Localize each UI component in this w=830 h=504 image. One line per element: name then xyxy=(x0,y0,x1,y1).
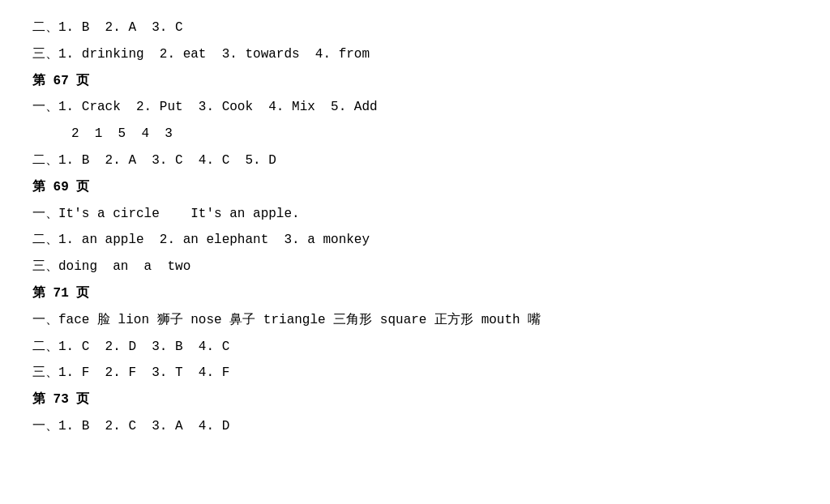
line-text: 二、1. B 2. A 3. C 4. C 5. D xyxy=(32,149,798,173)
content-line-line1: 二、1. B 2. A 3. C xyxy=(32,16,798,40)
line-text: 第 69 页 xyxy=(32,176,798,199)
line-text: 三、1. F 2. F 3. T 4. F xyxy=(32,361,798,385)
line-text: 第 67 页 xyxy=(32,70,798,93)
line-text: 二、1. an apple 2. an elephant 3. a monkey xyxy=(32,229,798,252)
content-line-line15: 第 73 页 xyxy=(32,388,798,412)
content-line-line4: 一、1. Crack 2. Put 3. Cook 4. Mix 5. Add xyxy=(32,96,798,119)
content-line-line3: 第 67 页 xyxy=(32,70,798,93)
line-text: 第 71 页 xyxy=(32,282,798,305)
line-text: 三、1. drinking 2. eat 3. towards 4. from xyxy=(32,43,798,66)
line-text: 二、1. B 2. A 3. C xyxy=(32,16,798,40)
content-line-line7: 第 69 页 xyxy=(32,176,798,199)
content-line-line5: 2 1 5 4 3 xyxy=(32,122,798,146)
content-line-line14: 三、1. F 2. F 3. T 4. F xyxy=(32,361,798,385)
content-line-line9: 二、1. an apple 2. an elephant 3. a monkey xyxy=(32,229,798,252)
line-text: 三、doing an a two xyxy=(32,255,798,279)
content-line-line12: 一、face 脸 lion 狮子 nose 鼻子 triangle 三角形 sq… xyxy=(32,309,798,332)
main-content: 二、1. B 2. A 3. C三、1. drinking 2. eat 3. … xyxy=(32,16,798,438)
line-text: 2 1 5 4 3 xyxy=(32,122,798,146)
content-line-line6: 二、1. B 2. A 3. C 4. C 5. D xyxy=(32,149,798,173)
content-line-line2: 三、1. drinking 2. eat 3. towards 4. from xyxy=(32,43,798,66)
content-line-line8: 一、It's a circle It's an apple. xyxy=(32,203,798,226)
line-text: 一、1. Crack 2. Put 3. Cook 4. Mix 5. Add xyxy=(32,96,798,119)
line-text: 一、1. B 2. C 3. A 4. D xyxy=(32,415,798,438)
line-text: 第 73 页 xyxy=(32,388,798,412)
content-line-line16: 一、1. B 2. C 3. A 4. D xyxy=(32,415,798,438)
line-text: 一、It's a circle It's an apple. xyxy=(32,203,798,226)
content-line-line10: 三、doing an a two xyxy=(32,255,798,279)
content-line-line13: 二、1. C 2. D 3. B 4. C xyxy=(32,335,798,359)
line-text: 一、face 脸 lion 狮子 nose 鼻子 triangle 三角形 sq… xyxy=(32,309,798,332)
content-line-line11: 第 71 页 xyxy=(32,282,798,305)
line-text: 二、1. C 2. D 3. B 4. C xyxy=(32,335,798,359)
